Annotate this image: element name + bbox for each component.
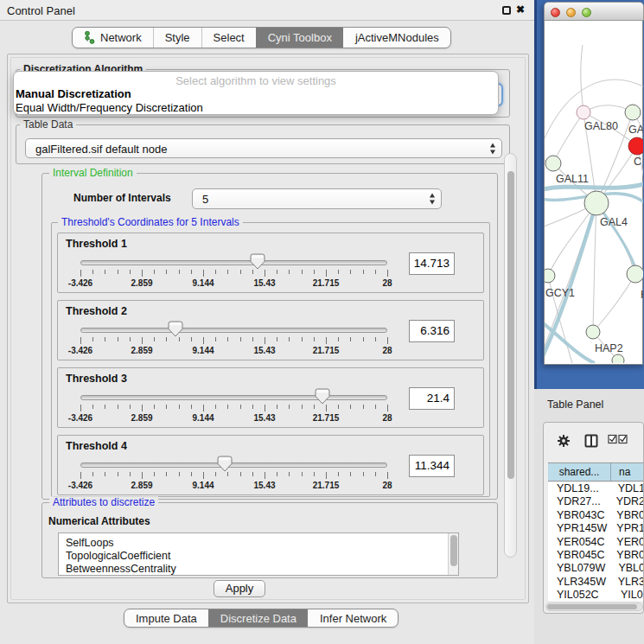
network-node-gal4[interactable] bbox=[584, 191, 609, 215]
attributes-group: Attributes to discretize Numerical Attri… bbox=[41, 502, 498, 578]
attributes-list[interactable]: SelfLoopsTopologicalCoefficientBetweenne… bbox=[59, 533, 448, 575]
threshold-slider-track[interactable] bbox=[80, 462, 387, 468]
attributes-list-scrollbar[interactable] bbox=[448, 533, 458, 575]
axis-tick-label: 9.144 bbox=[184, 346, 222, 355]
tick-mark bbox=[326, 270, 327, 277]
scrollbar-thumb[interactable] bbox=[450, 535, 457, 566]
network-node-hap2[interactable] bbox=[586, 325, 600, 339]
node-label-gal11: GAL11 bbox=[556, 173, 589, 185]
node-label-gal4: GAL4 bbox=[600, 216, 628, 228]
threshold-value-field[interactable]: 21.4 bbox=[409, 387, 455, 410]
table-horizontal-scrollbar[interactable] bbox=[545, 603, 643, 611]
scrollbar-thumb[interactable] bbox=[547, 604, 637, 609]
tab-impute-data[interactable]: Impute Data bbox=[124, 609, 208, 627]
threshold-slider-thumb[interactable] bbox=[315, 388, 330, 405]
threshold-slider-thumb[interactable] bbox=[217, 456, 233, 472]
tick-mark bbox=[240, 270, 241, 274]
tick-mark bbox=[154, 405, 155, 409]
network-view-window: GAL80GACGAL11GAL4GCY1HHAP2 bbox=[544, 2, 644, 365]
checkbox-icons[interactable] bbox=[608, 434, 628, 444]
split-panel-icon[interactable] bbox=[584, 434, 598, 448]
table-row[interactable]: YBL079WYBL0 bbox=[548, 562, 644, 575]
tick-mark bbox=[227, 405, 228, 409]
slider-axis-labels: -3.4262.8599.14415.4321.71528 bbox=[80, 481, 388, 491]
float-window-icon[interactable] bbox=[502, 6, 511, 15]
threshold-value-field[interactable]: 14.713 bbox=[409, 252, 455, 275]
tick-mark bbox=[302, 270, 303, 274]
axis-tick-label: 2.859 bbox=[123, 413, 161, 423]
close-icon[interactable]: ✖ bbox=[516, 3, 525, 16]
panel-title: Control Panel bbox=[7, 4, 75, 17]
tab-style[interactable]: Style bbox=[153, 28, 201, 48]
table-row[interactable]: YER054CYER0 bbox=[548, 536, 644, 549]
table-panel-title: Table Panel bbox=[547, 399, 603, 411]
table-header-shared-name[interactable]: shared... bbox=[548, 463, 611, 481]
table-row[interactable]: YBR043CYBR0 bbox=[548, 509, 644, 522]
tab-label: jActiveMNodules bbox=[355, 31, 439, 44]
tab-infer-network[interactable]: Infer Network bbox=[308, 609, 398, 627]
gear-icon[interactable] bbox=[557, 434, 571, 448]
table-row[interactable]: YDR27...YDR2 bbox=[548, 495, 644, 508]
tick-mark bbox=[240, 337, 241, 341]
axis-tick-label: 2.859 bbox=[123, 346, 161, 355]
popup-item-equal-width-frequency-discretization[interactable]: Equal Width/Frequency Discretization bbox=[14, 101, 498, 115]
control-panel: Control Panel ✖ NetworkStyleSelectCyni T… bbox=[0, 0, 534, 644]
list-item-topologicalcoefficient[interactable]: TopologicalCoefficient bbox=[66, 550, 448, 563]
threshold-slider-thumb[interactable] bbox=[168, 321, 183, 337]
list-item-selfloops[interactable]: SelfLoops bbox=[66, 537, 448, 550]
tick-mark bbox=[350, 472, 351, 476]
panel-vertical-scrollbar[interactable] bbox=[504, 153, 517, 558]
number-of-intervals-label: Number of Intervals bbox=[73, 192, 171, 204]
node-label-gcy1: GCY1 bbox=[545, 287, 575, 299]
table-row[interactable]: YPR145WYPR1 bbox=[548, 522, 644, 535]
threshold-value-field[interactable]: 11.344 bbox=[409, 455, 455, 477]
control-panel-titlebar: Control Panel ✖ bbox=[0, 0, 534, 21]
minimize-traffic-light[interactable] bbox=[566, 8, 576, 17]
network-node[interactable] bbox=[612, 354, 624, 363]
table-header-name[interactable]: na bbox=[611, 463, 644, 481]
threshold-value-field[interactable]: 6.316 bbox=[409, 320, 455, 342]
network-node-h[interactable] bbox=[627, 265, 643, 283]
tick-mark bbox=[338, 337, 339, 341]
axis-tick-label: 21.715 bbox=[307, 346, 345, 355]
close-traffic-light[interactable] bbox=[551, 8, 560, 17]
tick-mark bbox=[350, 405, 351, 409]
tick-mark bbox=[240, 472, 241, 476]
table-row[interactable]: YBR045CYBR0 bbox=[548, 549, 644, 562]
popup-item-manual-discretization[interactable]: Manual Discretization bbox=[14, 87, 498, 101]
tick-mark bbox=[203, 270, 204, 277]
tab-discretize-data[interactable]: Discretize Data bbox=[208, 609, 308, 627]
network-node-gal11[interactable] bbox=[545, 156, 561, 171]
table-data-combo[interactable]: galFiltered.sif default node bbox=[25, 138, 502, 158]
slider-axis-labels: -3.4262.8599.14415.4321.71528 bbox=[80, 346, 388, 356]
network-canvas[interactable]: GAL80GACGAL11GAL4GCY1HHAP2 bbox=[544, 21, 643, 365]
table-row[interactable]: YIL052CYIL0 bbox=[548, 589, 644, 601]
threshold-slider-thumb[interactable] bbox=[250, 253, 265, 270]
tick-mark bbox=[314, 337, 315, 341]
network-node-gal80[interactable] bbox=[577, 105, 590, 119]
tab-jactivemnodules[interactable]: jActiveMNodules bbox=[343, 28, 450, 48]
network-node-gcy1[interactable] bbox=[545, 269, 555, 283]
table-row[interactable]: YDL19...YDL1 bbox=[548, 482, 644, 495]
number-of-intervals-combo[interactable]: 5 bbox=[192, 188, 442, 209]
tab-select[interactable]: Select bbox=[201, 28, 256, 48]
tick-mark bbox=[375, 337, 376, 341]
threshold-slider-track[interactable] bbox=[80, 328, 387, 333]
network-window-titlebar[interactable] bbox=[544, 2, 644, 21]
list-item-betweennesscentrality[interactable]: BetweennessCentrality bbox=[66, 563, 448, 575]
node-label-ga: GA bbox=[628, 124, 643, 136]
zoom-traffic-light[interactable] bbox=[582, 8, 591, 17]
tick-mark bbox=[130, 337, 131, 341]
cell-name: YBR0 bbox=[616, 549, 644, 562]
table-row[interactable]: YLR345WYLR3 bbox=[548, 576, 644, 589]
threshold-slider-track[interactable] bbox=[80, 260, 387, 265]
scrollbar-thumb[interactable] bbox=[507, 171, 514, 479]
tab-cyni-toolbox[interactable]: Cyni Toolbox bbox=[256, 28, 343, 48]
tick-mark bbox=[350, 337, 351, 341]
network-node-c[interactable] bbox=[628, 137, 643, 155]
network-node-ga[interactable] bbox=[625, 105, 641, 120]
table-data-group: Table Data galFiltered.sif default node bbox=[16, 124, 510, 164]
tab-network[interactable]: Network bbox=[73, 28, 153, 48]
threshold-slider-track[interactable] bbox=[80, 395, 387, 400]
apply-button[interactable]: Apply bbox=[214, 580, 265, 597]
